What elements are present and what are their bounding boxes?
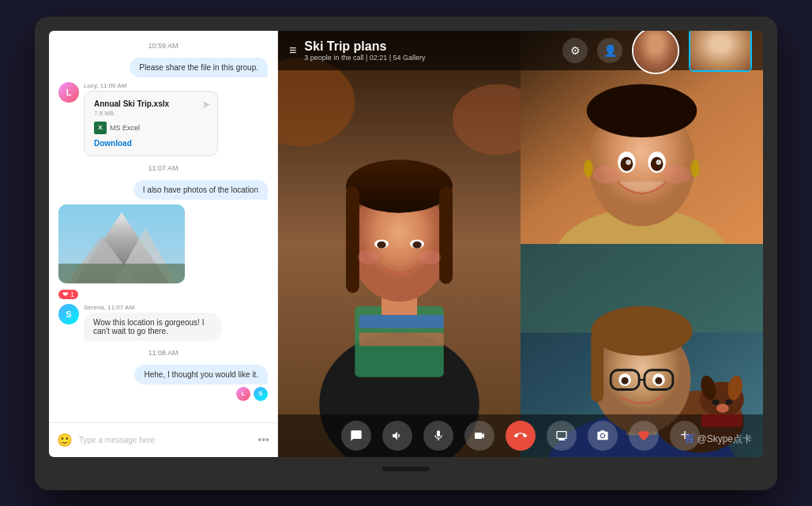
forward-icon[interactable]: ➤ <box>201 98 211 111</box>
svg-point-22 <box>419 249 441 264</box>
video-cell-main <box>278 31 521 457</box>
chat-toggle-button[interactable] <box>341 421 371 451</box>
bubble-left-serena: Wow this location is gorgeous! I can't w… <box>84 313 222 341</box>
bubble-right-3: Hehe, I thought you would like it. <box>134 365 268 384</box>
laptop-bottom <box>49 457 763 481</box>
serena-message-row: S Serena, 11:07 AM Wow this location is … <box>58 304 268 341</box>
svg-point-27 <box>587 84 697 137</box>
laptop-screen: 10:59 AM Please share the file in this g… <box>49 31 763 457</box>
timestamp-4: 11:08 AM <box>58 349 268 357</box>
serena-message-content: Serena, 11:07 AM Wow this location is go… <box>84 304 268 341</box>
svg-rect-4 <box>58 264 185 283</box>
mountain-svg <box>58 204 185 283</box>
svg-point-34 <box>626 159 631 165</box>
video-area: ≡ Ski Trip plans 3 people in the call | … <box>278 31 763 457</box>
main-video-grid <box>278 31 763 457</box>
participant-thumb-2[interactable] <box>689 31 752 73</box>
file-app-row: X MS Excel <box>94 122 208 134</box>
svg-rect-52 <box>591 331 603 402</box>
chat-input-field[interactable]: Type a message here <box>79 436 251 444</box>
avatar-small-2: S <box>254 387 268 401</box>
svg-point-14 <box>346 159 453 213</box>
avatar-small-1: L <box>236 387 250 401</box>
call-subtitle: 3 people in the call | 02:21 | 54 Galler… <box>304 54 425 62</box>
svg-point-19 <box>377 241 385 248</box>
svg-point-36 <box>593 166 620 184</box>
snapshot-button[interactable] <box>588 421 618 451</box>
excel-icon: X <box>94 122 107 134</box>
screen-share-button[interactable] <box>547 421 577 451</box>
gear-icon[interactable]: ⚙ <box>562 38 588 63</box>
timestamp-1: 10:59 AM <box>58 42 268 50</box>
reaction-heart: ❤ 1 <box>58 290 78 299</box>
reaction-count: 1 <box>70 290 74 298</box>
watermark: 百 @Skype点卡 <box>685 433 752 446</box>
bubble-right-2: I also have photos of the location <box>133 180 268 200</box>
svg-point-28 <box>584 159 592 178</box>
svg-rect-10 <box>359 315 444 328</box>
lucy-message-content: Lucy, 11:00 AM ➤ Annual Ski Trip.xslx 7,… <box>84 82 268 156</box>
svg-point-21 <box>358 249 379 264</box>
svg-point-46 <box>725 399 732 404</box>
heart-emoji: ❤ <box>62 290 69 298</box>
file-size: 7,6 MB <box>94 110 208 117</box>
svg-point-29 <box>690 159 699 178</box>
sender-name-lucy: Lucy, 11:00 AM <box>84 82 268 89</box>
avatar-serena: S <box>58 304 79 324</box>
svg-point-59 <box>655 377 662 384</box>
camera-button[interactable] <box>464 421 494 451</box>
svg-point-51 <box>591 305 692 355</box>
avatar-lucy: L <box>58 82 79 103</box>
bubble-right-1: Please share the file in this group. <box>130 58 268 77</box>
svg-point-60 <box>601 433 604 437</box>
file-app-label: MS Excel <box>110 124 140 132</box>
svg-rect-15 <box>346 186 359 292</box>
svg-point-35 <box>656 159 662 165</box>
call-topbar: ≡ Ski Trip plans 3 people in the call | … <box>278 31 763 70</box>
svg-point-47 <box>716 403 729 412</box>
topbar-right: ⚙ 👤 <box>562 31 752 74</box>
laptop-notch <box>382 467 430 471</box>
watermark-text: @Skype点卡 <box>697 433 752 444</box>
laptop-outer: 10:59 AM Please share the file in this g… <box>35 17 777 490</box>
chat-messages: 10:59 AM Please share the file in this g… <box>49 31 277 422</box>
mic-button[interactable] <box>423 421 453 451</box>
reaction-row: ❤ 1 <box>58 290 268 299</box>
svg-rect-16 <box>439 186 453 283</box>
lucy-message-row: L Lucy, 11:00 AM ➤ Annual Ski Trip.xslx … <box>58 82 268 156</box>
chat-input-bar: 🙂 Type a message here ••• <box>49 422 277 457</box>
svg-point-37 <box>664 166 691 184</box>
file-card: ➤ Annual Ski Trip.xslx 7,6 MB X MS Excel… <box>84 91 218 156</box>
sender-name-serena: Serena, 11:07 AM <box>84 304 268 311</box>
watermark-baidu: 百 <box>685 433 694 444</box>
emoji-icon[interactable]: 🙂 <box>57 433 73 448</box>
download-button[interactable]: Download <box>94 139 208 148</box>
svg-rect-11 <box>359 332 444 346</box>
hamburger-icon[interactable]: ≡ <box>289 43 296 58</box>
participant-thumb-1[interactable] <box>632 31 679 74</box>
chat-panel: 10:59 AM Please share the file in this g… <box>49 31 278 457</box>
svg-point-45 <box>712 399 719 404</box>
svg-point-58 <box>622 377 629 384</box>
file-title: Annual Ski Trip.xslx <box>94 99 208 108</box>
timestamp-2: 11:07 AM <box>58 164 268 172</box>
more-options-icon[interactable]: ••• <box>258 433 269 446</box>
svg-point-20 <box>412 241 421 248</box>
react-heart-button[interactable] <box>629 421 659 451</box>
call-title: Ski Trip plans <box>304 39 425 54</box>
volume-button[interactable] <box>382 421 412 451</box>
call-title-group: Ski Trip plans 3 people in the call | 02… <box>304 39 425 62</box>
end-call-button[interactable] <box>506 421 536 451</box>
photo-bubble <box>58 204 185 283</box>
add-person-icon[interactable]: 👤 <box>597 38 622 63</box>
